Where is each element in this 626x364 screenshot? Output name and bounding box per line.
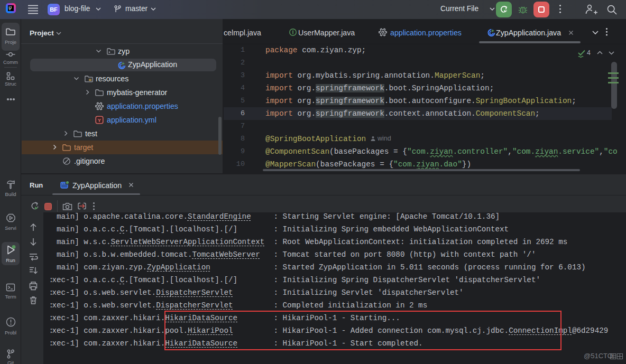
- svg-text:Y: Y: [98, 117, 102, 123]
